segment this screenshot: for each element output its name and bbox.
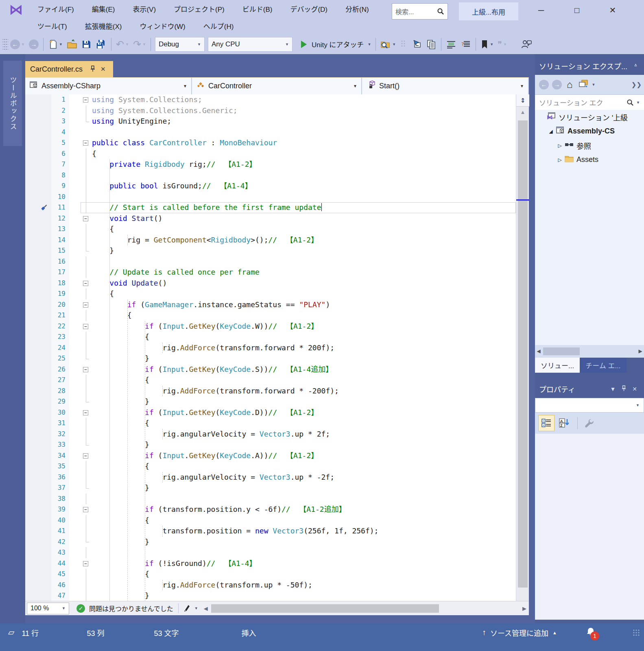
menu-item[interactable]: 拡張機能(X)	[76, 21, 131, 31]
code-line[interactable]: 47 }	[25, 590, 516, 601]
selection-margin[interactable]	[69, 569, 81, 580]
menu-item[interactable]: デバッグ(D)	[281, 4, 336, 14]
notifications-bell-icon[interactable]: 1	[585, 627, 596, 639]
selection-margin[interactable]	[69, 526, 81, 537]
code-line[interactable]: 42 }	[25, 537, 516, 548]
window-position-icon[interactable]: ▼	[607, 386, 618, 392]
selection-margin[interactable]	[69, 353, 81, 364]
code-line[interactable]: 15 }	[25, 245, 516, 256]
code-line[interactable]: 39− if (transform.position.y < -6f)// 【A…	[25, 504, 516, 515]
code-line[interactable]: 25 }	[25, 353, 516, 364]
save-all-button[interactable]	[93, 37, 109, 51]
code-line[interactable]: 21 {	[25, 310, 516, 321]
fold-collapse-box[interactable]: −	[81, 504, 92, 515]
close-icon[interactable]: ✕	[629, 386, 640, 392]
code-line[interactable]: 16	[25, 256, 516, 267]
selection-margin[interactable]	[69, 332, 81, 343]
tree-item[interactable]: ▷Assets	[535, 153, 644, 167]
code-line[interactable]: 46 rig.AddForce(transform.up * -50f);	[25, 580, 516, 591]
open-file-button[interactable]	[65, 37, 79, 51]
code-line[interactable]: 8	[25, 170, 516, 181]
selection-margin[interactable]	[69, 192, 81, 203]
vertical-scrollbar[interactable]: ⇕ ▲	[516, 94, 529, 601]
code-line[interactable]: 20− if (GameManager.instance.gameStatus …	[25, 299, 516, 310]
selection-margin[interactable]	[69, 105, 81, 116]
screwdriver-icon[interactable]	[25, 202, 51, 213]
code-line[interactable]: 29 }	[25, 396, 516, 407]
code-line[interactable]: 11 // Start is called before the first f…	[25, 202, 516, 213]
fold-collapse-box[interactable]: −	[81, 364, 92, 375]
solution-platform-combo[interactable]: Any CPU▼	[208, 37, 293, 52]
find-options-button[interactable]	[398, 37, 409, 51]
code-line[interactable]: 40 {	[25, 515, 516, 526]
resize-grip[interactable]	[633, 629, 640, 636]
splitter-handle[interactable]: ⇕	[516, 94, 529, 107]
toolbar-grip[interactable]	[2, 37, 8, 51]
selection-margin[interactable]	[69, 515, 81, 526]
fold-collapse-box[interactable]: −	[81, 450, 92, 461]
selection-margin[interactable]	[69, 181, 81, 192]
tree-expander-icon[interactable]: ▷	[556, 143, 563, 149]
code-cleanup-icon[interactable]	[183, 603, 192, 613]
solution-configuration-combo[interactable]: Debug▼	[155, 37, 205, 52]
menu-item[interactable]: ウィンドウ(W)	[131, 21, 194, 31]
send-feedback-button[interactable]	[519, 37, 534, 51]
code-line[interactable]: 18− void Update()	[25, 278, 516, 289]
selection-margin[interactable]	[69, 127, 81, 138]
horizontal-scrollbar[interactable]: ◀ ▶	[201, 601, 529, 615]
selection-margin[interactable]	[69, 439, 81, 450]
document-tab[interactable]: CarController.cs ✕	[25, 61, 113, 77]
selection-margin[interactable]	[69, 170, 81, 181]
menu-item[interactable]: ビルド(B)	[234, 4, 282, 14]
selection-margin[interactable]	[69, 245, 81, 256]
solution-search-input[interactable]: ソリューション エク ▼	[535, 94, 644, 110]
categorized-view-button[interactable]: ++	[538, 415, 554, 431]
selection-margin[interactable]	[69, 396, 81, 407]
se-forward-icon[interactable]: →	[552, 80, 562, 90]
code-line[interactable]: 35 {	[25, 461, 516, 472]
maximize-button[interactable]: □	[564, 0, 590, 20]
scroll-up-arrow[interactable]: ▲	[516, 107, 529, 117]
code-line[interactable]: 28 rig.AddForce(transform.forward * -200…	[25, 386, 516, 397]
selection-margin[interactable]	[69, 116, 81, 127]
code-line[interactable]: 9 public bool isGround;// 【A1-4】	[25, 181, 516, 192]
home-icon[interactable]: ⌂	[567, 79, 573, 90]
code-line[interactable]: 14 rig = GetComponent<Rigidbody>();// 【A…	[25, 235, 516, 246]
comment-lines-button[interactable]	[444, 37, 458, 51]
code-line[interactable]: 45 {	[25, 569, 516, 580]
selection-margin[interactable]	[69, 288, 81, 299]
navigate-back-button[interactable]: ←▼	[8, 37, 27, 51]
deploy-button[interactable]: 上級...布用	[459, 2, 518, 20]
code-line[interactable]: 34− if (Input.GetKey(KeyCode.A))// 【A1-2…	[25, 450, 516, 461]
fold-collapse-box[interactable]: −	[81, 213, 92, 224]
selection-margin[interactable]	[69, 547, 81, 558]
fold-collapse-box[interactable]: −	[81, 321, 92, 332]
zoom-combo[interactable]: 100 %▼	[27, 603, 69, 614]
bookmark-button[interactable]: ▼	[478, 37, 496, 51]
nav-type-dropdown[interactable]: CarController▼	[192, 78, 362, 94]
selection-margin[interactable]	[69, 224, 81, 235]
selection-margin[interactable]	[69, 407, 81, 418]
save-button[interactable]	[79, 37, 93, 51]
selection-margin[interactable]	[69, 494, 81, 505]
tree-item[interactable]: ⋈ソリューション '上級	[535, 110, 644, 124]
find-in-files-button[interactable]: ▼	[378, 37, 398, 51]
selection-margin[interactable]	[69, 159, 81, 170]
code-line[interactable]: 43	[25, 547, 516, 558]
code-line[interactable]: 12− void Start()	[25, 213, 516, 224]
selection-margin[interactable]	[69, 386, 81, 397]
selection-margin[interactable]	[69, 256, 81, 267]
quick-search-input[interactable]: 検索...	[392, 3, 448, 20]
selection-margin[interactable]	[69, 343, 81, 354]
close-button[interactable]: ✕	[600, 0, 626, 20]
tree-item[interactable]: ◢Assembly-CS	[535, 124, 644, 138]
selection-margin[interactable]	[69, 267, 81, 278]
scroll-left-arrow[interactable]: ◀	[201, 601, 210, 615]
selection-margin[interactable]	[69, 558, 81, 569]
fold-collapse-box[interactable]: −	[81, 558, 92, 569]
code-line[interactable]: 24 rig.AddForce(transform.forward * 200f…	[25, 343, 516, 354]
menu-item[interactable]: 編集(E)	[83, 4, 124, 14]
selection-margin[interactable]	[69, 472, 81, 483]
code-line[interactable]: 19 {	[25, 288, 516, 299]
code-line[interactable]: 4	[25, 127, 516, 138]
